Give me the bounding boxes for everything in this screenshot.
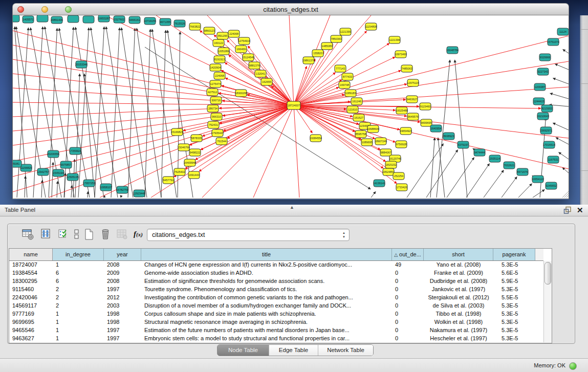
network-node[interactable]: [13, 15, 19, 22]
column-header-name[interactable]: name: [9, 249, 53, 260]
network-node[interactable]: 427512: [207, 89, 218, 96]
network-node[interactable]: 9329966: [539, 54, 551, 61]
network-node[interactable]: 9699695: [421, 119, 432, 126]
close-panel-icon[interactable]: ✕: [577, 205, 583, 215]
table-row[interactable]: 1938455462009Genome-wide association stu…: [9, 269, 543, 277]
network-node[interactable]: 19524851: [382, 168, 395, 176]
network-node[interactable]: 9227343: [537, 68, 549, 75]
network-node[interactable]: 877433: [342, 73, 353, 80]
network-node[interactable]: 2935114: [489, 155, 500, 162]
network-node[interactable]: 166469: [235, 46, 247, 53]
table-row[interactable]: 1456911722003Disruption of a novel membe…: [9, 302, 543, 310]
table-row[interactable]: 2242004622012Investigating the contribut…: [9, 294, 543, 302]
tab-edge-table[interactable]: Edge Table: [269, 345, 318, 356]
network-node[interactable]: 11124: [557, 28, 569, 35]
network-node[interactable]: 17957253: [83, 180, 95, 187]
network-node[interactable]: 1405571: [23, 16, 34, 23]
network-node[interactable]: 18300295: [235, 90, 247, 97]
network-node[interactable]: 8938923: [443, 133, 454, 140]
network-node[interactable]: 10653287: [98, 15, 110, 22]
network-node[interactable]: 9860123: [204, 27, 215, 34]
network-node[interactable]: 15692971: [540, 127, 552, 134]
network-node[interactable]: 10025488: [396, 107, 408, 114]
network-node[interactable]: 12505135: [67, 173, 79, 181]
network-hub-node[interactable]: 18724007: [287, 101, 300, 110]
network-node[interactable]: 17359924: [69, 147, 81, 155]
network-node[interactable]: 7615526: [174, 20, 185, 27]
network-node[interactable]: 9463627: [406, 96, 418, 103]
network-node[interactable]: 19654923: [400, 127, 412, 135]
memory-status-led-icon[interactable]: [569, 362, 577, 370]
network-node[interactable]: 1167531: [548, 156, 559, 163]
network-node[interactable]: 7485063: [401, 65, 412, 72]
network-node[interactable]: [68, 15, 79, 23]
network-node[interactable]: 17016514: [543, 141, 555, 148]
scrollbar-thumb[interactable]: [545, 262, 551, 285]
column-header-pagerank[interactable]: pagerank: [493, 249, 535, 260]
network-node[interactable]: 20153346: [75, 61, 88, 68]
network-node[interactable]: 8595758: [355, 130, 366, 138]
network-node[interactable]: 306716: [210, 97, 222, 104]
column-header-short[interactable]: short: [424, 249, 493, 260]
network-node[interactable]: 752431: [208, 121, 219, 128]
network-node[interactable]: 85081: [13, 160, 21, 167]
tab-node-table[interactable]: Node Table: [217, 345, 269, 356]
network-node[interactable]: 9457791: [163, 177, 174, 184]
network-node[interactable]: 15751074: [547, 38, 559, 46]
network-node[interactable]: 9671355: [160, 18, 171, 26]
table-row[interactable]: 911546021997Tourette syndrome. Phenomeno…: [9, 286, 543, 294]
network-node[interactable]: 162655: [261, 78, 272, 85]
table-row[interactable]: 946362711997Embryonic stem cells: a mode…: [9, 335, 543, 343]
table-scrollbar[interactable]: [543, 261, 552, 342]
network-node[interactable]: 7663822: [189, 23, 201, 30]
column-header-year[interactable]: year: [104, 249, 141, 260]
tab-network-table[interactable]: Network Table: [318, 345, 373, 356]
network-node[interactable]: 19861376: [302, 57, 315, 64]
table-settings-button[interactable]: [22, 228, 35, 242]
select-rows-button[interactable]: [58, 228, 71, 242]
network-node[interactable]: 16782759: [116, 186, 128, 193]
network-node[interactable]: 10958107: [100, 184, 112, 191]
import-table-button-disabled[interactable]: [116, 228, 129, 242]
network-node[interactable]: 9498222: [189, 149, 201, 156]
network-node[interactable]: 8215953: [541, 105, 553, 112]
network-node[interactable]: 1209387: [534, 83, 546, 91]
network-node[interactable]: 1545194: [53, 169, 64, 177]
network-node[interactable]: 9115460: [420, 103, 431, 110]
network-node[interactable]: 777143: [335, 65, 346, 72]
delete-table-button[interactable]: [100, 228, 113, 242]
network-node[interactable]: 7632621: [504, 162, 515, 169]
table-row[interactable]: 977716911998Corpus callosum shape and si…: [9, 310, 543, 318]
table-row[interactable]: 1872400712008Changes of HCN gene express…: [9, 261, 543, 269]
create-table-button[interactable]: [83, 228, 97, 242]
network-node[interactable]: 10973493: [395, 51, 407, 58]
network-node[interactable]: 1733426: [396, 184, 407, 191]
network-node[interactable]: 15124549: [242, 54, 254, 61]
network-node[interactable]: 20206556: [47, 150, 59, 158]
function-builder-button[interactable]: f(x): [134, 230, 147, 243]
network-node[interactable]: 16409948: [184, 159, 196, 166]
network-node[interactable]: 966310: [211, 113, 222, 120]
network-node[interactable]: 286734: [207, 105, 219, 112]
network-node[interactable]: 10719155: [144, 17, 156, 25]
splitter-handle[interactable]: ▲: [290, 205, 294, 210]
network-node[interactable]: 6379197: [458, 141, 469, 148]
network-node[interactable]: 1815152: [385, 161, 397, 168]
network-node[interactable]: 14136141: [373, 180, 385, 187]
network-node[interactable]: 1527602: [114, 16, 125, 23]
network-node[interactable]: 224068: [214, 72, 225, 79]
network-node[interactable]: 8191913: [214, 56, 225, 63]
network-node[interactable]: 15166823: [171, 128, 183, 136]
show-columns-button[interactable]: [40, 228, 54, 242]
network-node[interactable]: 160122: [213, 39, 224, 47]
network-node[interactable]: 1275474: [210, 80, 221, 87]
network-node[interactable]: 891295: [217, 32, 228, 39]
window-resize-grip[interactable]: [562, 191, 569, 198]
network-node[interactable]: 8471676: [517, 168, 528, 176]
network-node[interactable]: [83, 16, 94, 23]
network-node[interactable]: 155823: [312, 50, 323, 57]
network-node[interactable]: 1221396: [389, 36, 400, 43]
network-node[interactable]: 132041: [255, 70, 266, 77]
network-node[interactable]: 9756928: [396, 141, 407, 148]
row-height-button[interactable]: [72, 228, 80, 242]
